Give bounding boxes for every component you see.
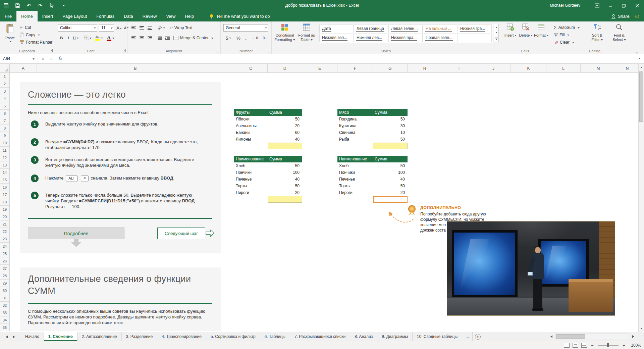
- wrap-text-button[interactable]: ↩ Wrap Text: [168, 24, 194, 32]
- cell-style-item[interactable]: Нижняя пра...: [388, 34, 423, 42]
- column-header[interactable]: G: [373, 64, 408, 73]
- table-row[interactable]: Пироги20: [337, 189, 408, 196]
- row-header[interactable]: 16: [0, 184, 9, 191]
- row-header[interactable]: 24: [0, 243, 9, 250]
- row-header[interactable]: 1: [0, 73, 9, 80]
- column-header[interactable]: K: [511, 64, 546, 73]
- row-header[interactable]: 25: [0, 250, 9, 257]
- zoom-level[interactable]: 100%: [629, 343, 641, 348]
- table-row[interactable]: Свинина10: [337, 129, 408, 136]
- ribbon-tab[interactable]: Data: [119, 11, 138, 21]
- signed-in-user[interactable]: Michael Gordeev: [550, 0, 580, 11]
- new-sheet-button[interactable]: +: [473, 332, 483, 341]
- decrease-decimal-button[interactable]: .0→: [260, 34, 270, 42]
- align-right-button[interactable]: [146, 34, 154, 42]
- sheet-nav-right[interactable]: [10, 332, 19, 341]
- clipboard-dialog-launcher[interactable]: [50, 49, 53, 52]
- close-button[interactable]: [631, 0, 644, 11]
- row-header[interactable]: 29: [0, 280, 9, 287]
- feedback-smiley-icon[interactable]: ☺: [634, 11, 644, 21]
- column-header[interactable]: H: [408, 64, 442, 73]
- row-header[interactable]: 20: [0, 213, 9, 220]
- align-middle-button[interactable]: [138, 24, 146, 32]
- scroll-down-button[interactable]: [639, 326, 644, 332]
- column-header[interactable]: N: [616, 64, 638, 73]
- number-format-combo[interactable]: General: [223, 24, 268, 32]
- comma-style-button[interactable]: ,: [242, 34, 250, 42]
- row-header[interactable]: 10: [0, 139, 9, 147]
- gallery-scroll-up[interactable]: [494, 24, 499, 30]
- share-button[interactable]: Share: [607, 11, 634, 21]
- sheet-tab[interactable]: 1. Сложение: [44, 332, 77, 341]
- sheet-tab[interactable]: 9. Диаграммы: [377, 332, 413, 341]
- table-row[interactable]: Бананы60: [234, 129, 302, 136]
- insert-cells-button[interactable]: Insert: [503, 23, 518, 38]
- formula-bar-splitter[interactable]: ⋮: [36, 54, 39, 63]
- row-header[interactable]: 22: [0, 228, 9, 235]
- next-step-button[interactable]: Следующий шаг: [157, 228, 205, 239]
- cell-style-item[interactable]: Правая зеле...: [423, 34, 457, 42]
- cell-style-item[interactable]: Нижняя гра...: [458, 24, 492, 33]
- sheet-tab[interactable]: 5. Сортировка и фильтр: [206, 332, 260, 341]
- row-header[interactable]: 35: [0, 324, 9, 331]
- table-row[interactable]: Торты50: [234, 183, 302, 189]
- format-painter-button[interactable]: Format Painter: [19, 39, 53, 46]
- font-size-combo[interactable]: 11: [99, 24, 114, 32]
- borders-button[interactable]: [83, 34, 93, 42]
- zoom-slider[interactable]: [598, 345, 619, 346]
- page-break-view-button[interactable]: [581, 343, 587, 348]
- clear-button[interactable]: Clear: [553, 39, 575, 46]
- table-row[interactable]: Лимоны40: [234, 136, 302, 143]
- sheet-tab[interactable]: Начало: [21, 332, 44, 341]
- row-header[interactable]: 15: [0, 176, 9, 184]
- row-header[interactable]: 3: [0, 88, 9, 95]
- ribbon-tab[interactable]: Page Layout: [58, 11, 92, 21]
- sheet-tab[interactable]: 8. Анализ: [350, 332, 377, 341]
- ribbon-tab[interactable]: Formulas: [92, 11, 119, 21]
- font-name-dropdown-icon[interactable]: [92, 27, 97, 29]
- format-cells-button[interactable]: Format: [534, 23, 549, 38]
- row-header[interactable]: 7: [0, 117, 9, 124]
- table-row[interactable]: Хлеб50: [234, 162, 302, 169]
- align-bottom-button[interactable]: [146, 24, 154, 32]
- cell-style-item[interactable]: Левая зелен...: [388, 24, 423, 33]
- row-header[interactable]: 4: [0, 95, 9, 102]
- minimize-button[interactable]: [604, 0, 617, 11]
- cut-button[interactable]: ✂ Cut: [19, 24, 32, 31]
- expand-formula-bar-icon[interactable]: [635, 54, 644, 63]
- format-as-table-button[interactable]: Format as Table: [297, 23, 317, 42]
- fill-button[interactable]: Fill: [553, 31, 570, 39]
- name-box[interactable]: A64: [0, 54, 36, 63]
- sheet-tab[interactable]: 10. Сводные таблицы: [413, 332, 462, 341]
- font-name-combo[interactable]: Calibri: [58, 24, 97, 32]
- insert-function-icon[interactable]: fx: [56, 54, 65, 63]
- zoom-out-button[interactable]: −: [590, 343, 595, 348]
- row-header[interactable]: 2: [0, 80, 9, 88]
- column-header[interactable]: J: [476, 64, 511, 73]
- scroll-up-button[interactable]: [639, 64, 644, 70]
- ribbon-tab[interactable]: Home: [16, 11, 38, 21]
- cell-style-item[interactable]: Нижняя лев...: [354, 34, 388, 42]
- table-row[interactable]: Пончики100: [234, 169, 302, 176]
- formula-input[interactable]: [65, 54, 635, 63]
- cell-style-item[interactable]: [458, 34, 492, 42]
- meat-sum-yellow-cell[interactable]: [373, 143, 408, 149]
- worksheet[interactable]: Сложение — это легко Ниже описаны нескол…: [10, 73, 638, 331]
- decrease-indent-button[interactable]: [156, 34, 164, 42]
- cancel-entry-icon[interactable]: ✕: [39, 54, 47, 63]
- ribbon-tab[interactable]: File: [0, 11, 16, 21]
- hscroll-track[interactable]: [555, 334, 629, 339]
- row-header[interactable]: 17: [0, 191, 9, 198]
- vertical-scroll-thumb[interactable]: [639, 71, 643, 122]
- column-header[interactable]: C: [234, 64, 268, 73]
- page-layout-view-button[interactable]: [573, 343, 578, 348]
- horizontal-scrollbar[interactable]: [546, 333, 638, 340]
- sheet-tab[interactable]: 7. Раскрывающиеся списки: [290, 332, 350, 341]
- fill-color-button[interactable]: [94, 34, 104, 42]
- row-header[interactable]: 18: [0, 198, 9, 206]
- zoom-in-button[interactable]: +: [622, 343, 626, 348]
- horizontal-scroll-thumb[interactable]: [556, 334, 585, 339]
- vertical-scrollbar[interactable]: [638, 64, 644, 332]
- row-header[interactable]: 28: [0, 272, 9, 280]
- sheet-nav-left[interactable]: [1, 332, 10, 341]
